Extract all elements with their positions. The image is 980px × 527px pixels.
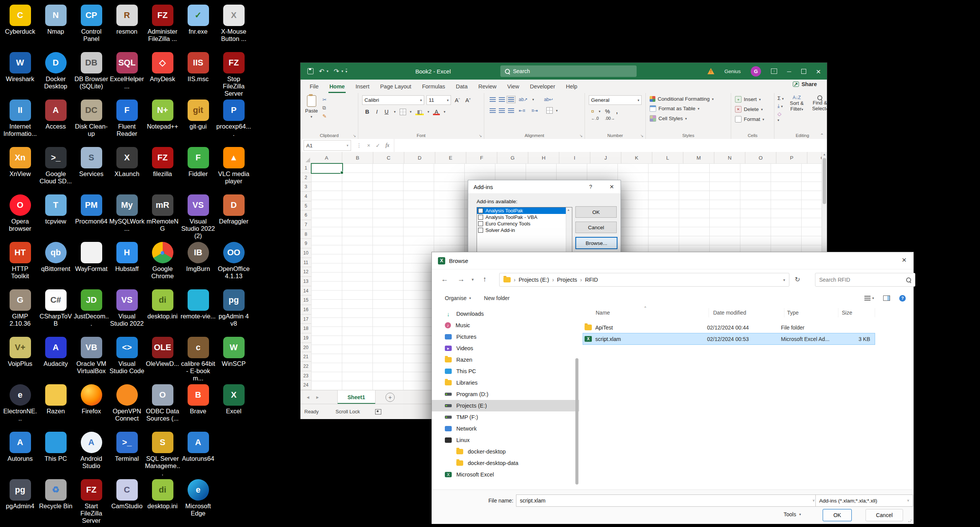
desktop-icon[interactable]: di desktop.ini: [145, 288, 180, 335]
checkbox[interactable]: [478, 215, 483, 220]
view-mode-button[interactable]: ▾: [864, 296, 874, 300]
row-header[interactable]: 1: [301, 163, 311, 173]
desktop-icon[interactable]: This PC: [38, 430, 74, 478]
ribbon-display-options-icon[interactable]: ↑: [771, 69, 777, 74]
select-all-corner[interactable]: [301, 152, 312, 164]
macro-record-icon[interactable]: [375, 409, 381, 414]
desktop-icon[interactable]: S Services: [74, 145, 109, 193]
desktop-icon[interactable]: VS Visual Studio 2022: [109, 288, 145, 335]
desktop-icon[interactable]: Xn XnView: [2, 145, 38, 193]
warning-icon[interactable]: [707, 68, 714, 74]
sidebar-item[interactable]: Program (D:): [432, 388, 579, 400]
desktop-icon[interactable]: C CamStudio: [109, 478, 145, 525]
desktop-icon[interactable]: O ODBC Data Sources (...: [145, 383, 180, 430]
checkbox[interactable]: [478, 208, 483, 213]
row-header[interactable]: 12: [301, 267, 311, 277]
sort-ascending-icon[interactable]: ⌃: [644, 306, 647, 311]
column-header[interactable]: C: [373, 152, 404, 163]
ribbon-tab[interactable]: Review: [473, 80, 502, 93]
row-header[interactable]: 24: [301, 380, 311, 390]
row-header[interactable]: 22: [301, 362, 311, 371]
desktop-icon[interactable]: O Opera browser: [2, 193, 38, 240]
browse-close-button[interactable]: ×: [895, 252, 913, 268]
desktop-icon[interactable]: X XLaunch: [109, 145, 145, 193]
desktop-icon[interactable]: DC Disk Clean-up: [74, 98, 109, 145]
row-header[interactable]: 9: [301, 239, 311, 248]
new-folder-button[interactable]: New folder: [484, 295, 510, 301]
increase-decimal-icon[interactable]: ←.0: [590, 116, 600, 121]
ribbon-tab[interactable]: Page Layout: [375, 80, 416, 93]
desktop-icon[interactable]: VS Visual Studio 2022 (2): [180, 193, 216, 240]
addin-item[interactable]: Solver Add-in: [477, 227, 572, 233]
undo-dropdown-icon[interactable]: ▾: [327, 69, 328, 73]
underline-dropdown-icon[interactable]: ▾: [394, 110, 396, 114]
desktop-icon[interactable]: remote-vie...: [180, 288, 216, 335]
desktop-icon[interactable]: N+ Notepad++: [145, 98, 180, 145]
sidebar-item[interactable]: TMP (F:): [432, 411, 579, 423]
desktop-icon[interactable]: Firefox: [74, 383, 109, 430]
sidebar-scrollbar[interactable]: [575, 358, 578, 485]
scrollbar-thumb[interactable]: [823, 158, 826, 204]
desktop-icon[interactable]: FZ Administer FileZilla ...: [145, 3, 180, 51]
italic-button[interactable]: I: [374, 108, 379, 115]
organise-button[interactable]: Organise▾: [445, 295, 471, 301]
browse-ok-button[interactable]: OK: [823, 509, 852, 521]
insert-cells-button[interactable]: ＋ Insert▾: [731, 96, 774, 103]
desktop-icon[interactable]: IIS IIS.msc: [180, 51, 216, 98]
forward-icon[interactable]: →: [457, 275, 465, 284]
align-top-icon[interactable]: [490, 97, 496, 102]
desktop-icon[interactable]: c calibre 64bit - E-book m...: [180, 335, 216, 383]
desktop-icon[interactable]: W Wireshark: [2, 51, 38, 98]
desktop-icon[interactable]: mR mRemoteNG: [145, 193, 180, 240]
column-header[interactable]: A: [311, 152, 342, 163]
row-header[interactable]: 19: [301, 333, 311, 343]
row-header[interactable]: 23: [301, 371, 311, 381]
desktop-icon[interactable]: D Docker Desktop: [38, 51, 74, 98]
column-header[interactable]: N: [714, 152, 745, 163]
desktop-icon[interactable]: R resmon: [109, 3, 145, 51]
row-header[interactable]: 11: [301, 258, 311, 268]
addin-item[interactable]: Analysis ToolPak - VBA: [477, 214, 572, 220]
up-icon[interactable]: ↑: [483, 275, 487, 284]
row-header[interactable]: 6: [301, 210, 311, 220]
merge-center-icon[interactable]: [546, 107, 553, 114]
increase-font-icon[interactable]: A^: [453, 97, 461, 104]
file-row[interactable]: ApiTest 02/12/2024 00:44 File folder: [583, 322, 875, 333]
desktop-icon[interactable]: C# CSharpToVB: [38, 288, 74, 335]
breadcrumb-item[interactable]: Projects (E:): [519, 277, 549, 283]
sidebar-item[interactable]: Network: [432, 423, 579, 434]
sheet-next-icon[interactable]: ►: [315, 395, 320, 400]
close-button[interactable]: ×: [816, 67, 821, 75]
desktop-icon[interactable]: D Defraggler: [216, 193, 252, 240]
desktop-icon[interactable]: A Access: [38, 98, 74, 145]
desktop-icon[interactable]: X X-Mouse Button ...: [216, 3, 252, 51]
ribbon-tab[interactable]: Help: [560, 80, 583, 93]
ribbon-tab[interactable]: Formulas: [416, 80, 450, 93]
addins-cancel-button[interactable]: Cancel: [575, 222, 617, 233]
search-rfid-box[interactable]: Search RFID: [815, 273, 915, 287]
font-name-combo[interactable]: Calibri▾: [362, 95, 424, 105]
redo-dropdown-icon[interactable]: ▾: [341, 69, 343, 73]
desktop-icon[interactable]: X Excel: [216, 383, 252, 430]
desktop-icon[interactable]: WayFormat: [74, 240, 109, 288]
more-options-icon[interactable]: ⋮: [356, 142, 362, 148]
font-size-combo[interactable]: 11▾: [426, 95, 451, 105]
row-header[interactable]: 2: [301, 173, 311, 183]
desktop-icon[interactable]: II Internet Informatio...: [2, 98, 38, 145]
file-type-select[interactable]: Add-ins (*.xlam;*.xla;*.xll)˅: [815, 494, 913, 507]
addins-ok-button[interactable]: OK: [575, 206, 617, 218]
sidebar-item[interactable]: ▸ Videos: [432, 343, 579, 354]
comma-style-icon[interactable]: ,: [615, 108, 619, 115]
minimize-button[interactable]: ─: [787, 68, 791, 75]
desktop-icon[interactable]: e ElectronNE...: [2, 383, 38, 430]
desktop-icon[interactable]: T tcpview: [38, 193, 74, 240]
help-button[interactable]: ?: [583, 180, 598, 193]
desktop-icon[interactable]: JD JustDecom...: [74, 288, 109, 335]
desktop-icon[interactable]: FZ Stop FileZilla Server: [216, 51, 252, 98]
sidebar-item[interactable]: X Microsoft Excel: [432, 469, 579, 480]
column-header[interactable]: M: [683, 152, 714, 163]
desktop-icon[interactable]: My MySQLWork...: [109, 193, 145, 240]
share-button[interactable]: ↗ Share: [793, 81, 817, 87]
desktop-icon[interactable]: V+ VoipPlus: [2, 335, 38, 383]
find-select-button[interactable]: Find & Select▾: [810, 95, 827, 122]
